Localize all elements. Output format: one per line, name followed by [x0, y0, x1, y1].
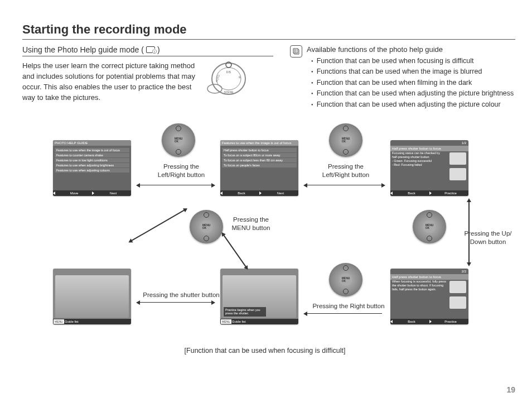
flow-diagram: PHOTO HELP GUIDE Features to use when th…	[22, 123, 507, 358]
lcd-screen-focus-submenu: Features to use when the image is out of…	[220, 140, 298, 196]
list-item: Function that can be used when adjusting…	[311, 88, 515, 99]
help-guide-icon	[146, 46, 155, 53]
label-menu: Pressing the MENU button	[226, 216, 276, 232]
functions-list: Function that can be used when focusing …	[311, 56, 515, 110]
label-right: Pressing the Right button	[307, 302, 390, 310]
list-item: Functions that can be used when the imag…	[311, 66, 515, 77]
list-item: Function that can be used when focusing …	[311, 56, 515, 66]
label-left-right: Pressing the Left/Right button	[318, 162, 374, 179]
section-subtitle: Using the Photo Help guide mode ( )	[22, 45, 273, 56]
lcd-screen-photo-help-guide: PHOTO HELP GUIDE Features to use when th…	[53, 140, 131, 196]
svg-text:SCENE: SCENE	[224, 90, 234, 94]
label-left-right: Pressing the Left/Right button	[153, 162, 209, 179]
arrow-icon	[131, 209, 185, 241]
svg-text:AUTO: AUTO	[215, 74, 220, 83]
label-up-down: Pressing the Up/ Down button	[457, 229, 519, 246]
arrow-icon	[139, 302, 212, 303]
diagram-caption: [Function that can be used when focusing…	[22, 347, 507, 355]
label-shutter: Pressing the shutter button	[137, 291, 226, 299]
arrow-icon	[468, 202, 470, 263]
menu-ok-dial-icon: MENU OK	[329, 123, 362, 157]
lcd-screen-photo-result: MENUGuide list	[53, 269, 131, 324]
arrow-icon	[307, 185, 382, 186]
note-title: Available functions of the photo help gu…	[307, 45, 515, 54]
svg-text:DIS: DIS	[226, 70, 231, 74]
menu-ok-dial-icon: MENU OK	[162, 123, 195, 157]
svg-point-2	[207, 84, 222, 93]
page-title: Starting the recording mode	[22, 22, 515, 40]
lcd-screen-practice: Practice begins when you press the shutt…	[220, 269, 298, 324]
mode-dial-illustration: DIS M SCENE AUTO	[206, 61, 251, 97]
menu-ok-dial-icon: MENU OK	[413, 210, 446, 243]
arrow-icon	[307, 313, 382, 314]
list-item: Function that can be used when adjusting…	[311, 99, 515, 110]
arrow-icon	[139, 185, 212, 186]
page-number: 19	[506, 385, 515, 394]
list-item: Function that can be used when filming i…	[311, 78, 515, 88]
intro-text: Helps the user learn the correct picture…	[22, 61, 201, 103]
menu-ok-dial-icon: MENU OK	[190, 210, 223, 243]
lcd-screen-half-press-2: 2/2 Half press shutter button to focus W…	[390, 269, 468, 324]
menu-ok-dial-icon: MENU OK	[329, 263, 362, 296]
arrow-icon	[223, 234, 246, 267]
note-icon	[290, 45, 302, 58]
lcd-screen-half-press-1: 1/2 Half press shutter button to focus F…	[390, 140, 468, 196]
